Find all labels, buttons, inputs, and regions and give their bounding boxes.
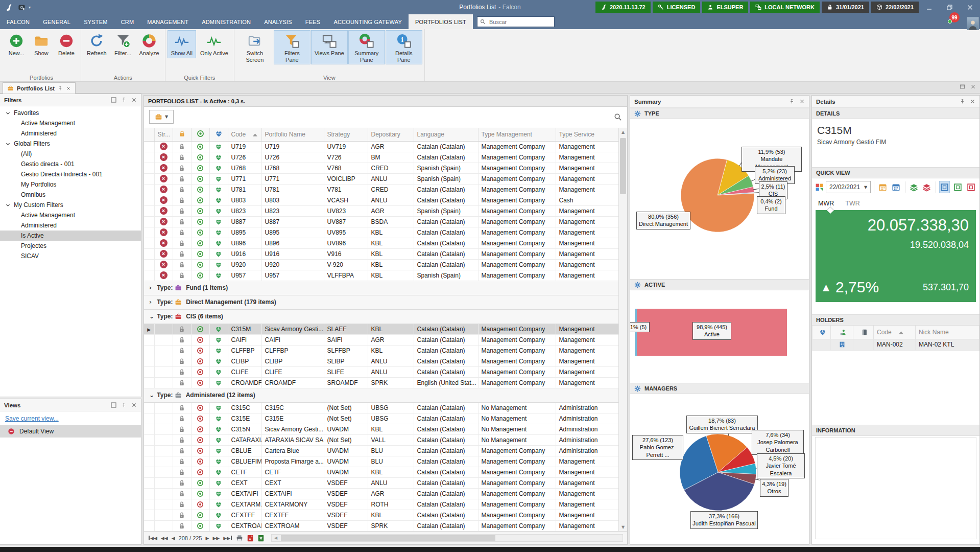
export-pdf-icon[interactable]: A <box>247 535 254 542</box>
holder-row-man-002[interactable]: MAN-002 MAN-02 KTL <box>812 339 979 350</box>
filter-item-projectes[interactable]: Projectes <box>0 241 141 251</box>
maximize-icon[interactable] <box>111 402 116 408</box>
status-badge[interactable]: LICENSED <box>653 2 701 13</box>
portfolio-row-c315e[interactable]: C315E C315E (Not Set) UBSG Catalan (Cata… <box>144 413 619 424</box>
portfolio-type-dropdown[interactable]: ▼ <box>149 110 174 124</box>
frame-blue-button[interactable] <box>939 181 950 193</box>
close-icon[interactable] <box>131 402 137 408</box>
summary-section-managers[interactable]: MANAGERS <box>630 383 809 394</box>
col-strategy[interactable]: Strategy <box>324 128 368 141</box>
status-badge[interactable]: 22/02/2021 <box>871 2 919 13</box>
portfolio-row-croamdf[interactable]: CROAMDF CROAMDF SROAMDF SPRK English (Un… <box>144 377 619 388</box>
portfolio-row-c315m[interactable]: ▶ C315M Sicav Armony Gesti... SLAEF KBL … <box>144 324 619 334</box>
ribbon-tab-crm[interactable]: CRM <box>114 14 141 29</box>
filter-button[interactable]: Filter... <box>111 30 135 58</box>
analyze-button[interactable]: Analyze <box>136 30 163 58</box>
pager-next-button[interactable]: ▶ <box>205 536 209 541</box>
portfolio-row-clife[interactable]: CLIFE CLIFE SLIFE ANLU Catalan (Catalan)… <box>144 366 619 377</box>
show-all-button[interactable]: Show All <box>168 30 196 58</box>
horizontal-scrollbar[interactable]: ◀ <box>271 534 623 542</box>
ribbon-tab-analysis[interactable]: ANALYSIS <box>257 14 299 29</box>
pager-first-button[interactable]: ◀◀ <box>148 536 157 541</box>
portfolio-row-u803[interactable]: × U803 U803 VCASH ANLU Catalan (Catalan)… <box>144 195 619 205</box>
date-select[interactable]: 22/02/2021 ▼ <box>826 181 871 193</box>
portfolio-row-cextroam[interactable]: CEXTROAM CEXTROAM VSDEF SPRK Catalan (Ca… <box>144 520 619 531</box>
close-icon[interactable] <box>970 84 976 89</box>
col-str[interactable]: Str... <box>154 128 173 141</box>
group-row-fund-1-items-[interactable]: › Type: Fund (1 items) <box>144 281 619 295</box>
portfolio-row-cextarm-[interactable]: CEXTARM... CEXTARMONY VSDEF ROTH Catalan… <box>144 499 619 510</box>
portfolio-row-c315n[interactable]: C315N Sicav Armony Gesti... UVADM KBL Ca… <box>144 424 619 434</box>
portfolio-row-u781[interactable]: × U781 U781 V781 CRED Catalan (Catalan) … <box>144 184 619 195</box>
close-icon[interactable] <box>66 86 71 91</box>
frame-green-button[interactable] <box>952 181 963 193</box>
view-item-default-view[interactable]: Default View <box>0 425 141 438</box>
portfolio-row-u887[interactable]: × U887 U887 UV887 BSDA Catalan (Catalan)… <box>144 216 619 227</box>
pager-prev-page-button[interactable]: ◀◀ <box>161 536 168 541</box>
portfolio-row-cataraxia[interactable]: CATARAXIA ATARAXIA SICAV SA (Not Set) VA… <box>144 434 619 445</box>
views-pane-button[interactable]: Views Pane <box>311 30 348 64</box>
scroll-down-icon[interactable]: ▼ <box>619 523 627 531</box>
collapse-icon[interactable]: ⌄ <box>149 313 155 320</box>
maximize-icon[interactable] <box>111 97 116 103</box>
portfolio-row-caifi[interactable]: CAIFI CAIFI SAIFI AGR Catalan (Catalan) … <box>144 334 619 345</box>
filter-item-active-management[interactable]: Active Management <box>0 210 141 220</box>
portfolio-row-c315c[interactable]: C315C C315C (Not Set) UBSG Catalan (Cata… <box>144 402 619 413</box>
document-tab-portfolios-list[interactable]: Portfolios List <box>3 82 76 94</box>
search-input[interactable] <box>488 18 552 26</box>
filters-pane-button[interactable]: Filters Pane <box>274 30 310 64</box>
delete-button[interactable]: Delete <box>54 30 79 58</box>
scrollbar-thumb[interactable] <box>281 535 495 541</box>
ribbon-tab-fees[interactable]: FEES <box>299 14 327 29</box>
export-excel-icon[interactable] <box>257 535 265 542</box>
window-list-icon[interactable] <box>960 84 965 89</box>
quick-access-icon[interactable] <box>18 4 26 11</box>
col-target[interactable] <box>191 128 209 141</box>
pin-icon[interactable] <box>58 86 63 91</box>
close-icon[interactable] <box>131 97 137 103</box>
pin-icon[interactable] <box>960 99 965 104</box>
scroll-up-icon[interactable]: ▲ <box>619 128 627 136</box>
save-current-view-link[interactable]: Save current view... <box>0 411 141 425</box>
search-icon[interactable] <box>614 113 622 121</box>
status-badge[interactable]: 2020.11.13.72 <box>595 2 651 13</box>
summary-section-active[interactable]: ACTIVE <box>630 279 809 290</box>
group-row-administered-12-items-[interactable]: ⌄ Type: Administered (12 items) <box>144 388 619 402</box>
tab-twr[interactable]: TWR <box>845 200 859 207</box>
portfolio-row-u895[interactable]: × U895 U895 UV895 KBL Catalan (Catalan) … <box>144 227 619 238</box>
switch-screen-button[interactable]: Switch Screen <box>236 30 273 64</box>
portfolio-row-cetf[interactable]: CETF CETF UVADM KBL Catalan (Catalan) Ma… <box>144 467 619 477</box>
filter-item-my-portfolios[interactable]: My Portfolios <box>0 179 141 190</box>
filter-item--all-[interactable]: (All) <box>0 149 141 159</box>
holders-col-nick[interactable]: Nick Name <box>916 326 979 339</box>
close-icon[interactable] <box>970 99 975 104</box>
ribbon-tab-system[interactable]: SYSTEM <box>77 14 114 29</box>
summary-section-type[interactable]: TYPE <box>630 108 809 119</box>
show-button[interactable]: Show <box>29 30 54 58</box>
tab-mwr[interactable]: MWR <box>818 200 834 207</box>
portfolio-row-u823[interactable]: × U823 U823 UV823 AGR Spanish (Spain) Ma… <box>144 205 619 216</box>
expand-icon[interactable]: › <box>149 284 155 291</box>
portfolio-row-u726[interactable]: × U726 U726 V726 BM Catalan (Catalan) Ma… <box>144 152 619 163</box>
pager-next-page-button[interactable]: ▶▶ <box>212 536 220 541</box>
ribbon-tab-accounting-gateway[interactable]: ACCOUNTING GATEWAY <box>327 14 409 29</box>
minimize-button[interactable] <box>919 0 939 14</box>
user-avatar[interactable] <box>967 17 979 30</box>
ribbon-tab-administration[interactable]: ADMINISTRATION <box>195 14 257 29</box>
portfolio-row-u957[interactable]: × U957 U957 VLFFBPA KBL Spanish (Spain) … <box>144 270 619 281</box>
pager-last-button[interactable]: ▶▶ <box>223 536 232 541</box>
remove-view-icon[interactable] <box>8 428 15 435</box>
ribbon-tab-general[interactable]: GENERAL <box>36 14 77 29</box>
close-icon[interactable] <box>799 99 805 104</box>
filter-item-administered[interactable]: Administered <box>0 220 141 231</box>
ribbon-tab-portfolios-list[interactable]: PORTFOLIOS LIST <box>409 14 473 29</box>
filter-group-global-filters[interactable]: Global Filters <box>0 139 141 149</box>
filter-group-my-custom-filters[interactable]: My Custom Filters <box>0 200 141 210</box>
portfolio-row-u768[interactable]: × U768 U768 V768 CRED Spanish (Spain) Ma… <box>144 163 619 173</box>
expand-icon[interactable]: › <box>149 298 155 306</box>
status-badge[interactable]: ELSUPER <box>702 2 748 13</box>
col-code[interactable]: Code <box>228 128 261 141</box>
portfolio-row-cextff[interactable]: CEXTFF CEXTFF VSDEF KBL Catalan (Catalan… <box>144 510 619 520</box>
filter-item-active-management[interactable]: Active Management <box>0 118 141 128</box>
portfolio-row-clffbp[interactable]: CLFFBP CLFFBP SLFFBP KBL Catalan (Catala… <box>144 345 619 356</box>
